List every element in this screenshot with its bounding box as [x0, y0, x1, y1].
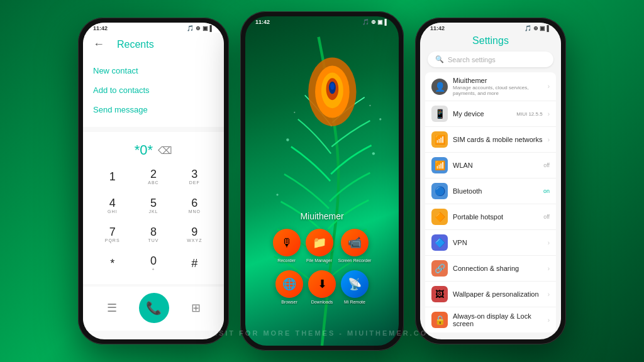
key-0[interactable]: 0+: [134, 250, 172, 277]
settings-item-connection[interactable]: 🔗 Connection & sharing ›: [425, 256, 556, 282]
key-1[interactable]: 1: [93, 163, 131, 190]
settings-title: Settings: [472, 35, 509, 46]
chevron-icon: ›: [548, 291, 550, 298]
bluetooth-status: on: [543, 188, 550, 194]
contact-menu: New contact Add to contacts Send message: [83, 58, 224, 127]
settings-item-vpn[interactable]: 🔷 VPN ›: [425, 230, 556, 256]
search-bar[interactable]: 🔍 Search settings: [428, 52, 553, 67]
time-1: 11:42: [93, 25, 108, 31]
hotspot-status: off: [543, 214, 550, 220]
chevron-icon: ›: [548, 83, 550, 90]
watermark: VISIT FOR MORE THEMES - MIUITHEMER.COM: [209, 329, 436, 337]
status-bar-1: 11:42 🎵 ⊕ ▣ ▌: [83, 23, 224, 33]
status-icons-1: 🎵 ⊕ ▣ ▌: [187, 25, 214, 31]
app-recorder[interactable]: 🎙 Recorder: [273, 229, 301, 263]
new-contact-item[interactable]: New contact: [93, 61, 214, 80]
time-2: 11:42: [255, 19, 270, 25]
menu-icon[interactable]: ☰: [107, 301, 117, 315]
key-3[interactable]: 3DEF: [175, 163, 214, 190]
chevron-icon: ›: [548, 136, 550, 143]
dialpad-bottom: ☰ 📞 ⊞: [83, 287, 224, 331]
backspace-button[interactable]: ⌫: [158, 145, 172, 156]
add-to-contacts-item[interactable]: Add to contacts: [93, 80, 214, 100]
app-screenrecorder[interactable]: 📹 Screen Recorder: [338, 229, 372, 263]
settings-header: Settings: [420, 33, 561, 52]
settings-item-bluetooth[interactable]: 🔵 Bluetooth on: [425, 178, 556, 204]
key-hash[interactable]: #: [175, 250, 214, 277]
phone-2: 11:42 🎵 ⊕ ▣ ▌: [240, 11, 404, 351]
chevron-icon: ›: [548, 265, 550, 272]
key-2[interactable]: 2ABC: [134, 163, 172, 190]
key-9[interactable]: 9WXYZ: [175, 221, 214, 248]
phone-1: 11:42 🎵 ⊕ ▣ ▌ ← Recents New contact Add …: [78, 18, 229, 344]
app-filemanager[interactable]: 📁 File Manager: [306, 229, 333, 263]
call-button[interactable]: 📞: [139, 293, 169, 323]
miui-version-badge: MIUI 12.5.5: [516, 111, 542, 117]
app-browser[interactable]: 🌐 Browser: [275, 270, 303, 304]
search-icon: 🔍: [435, 55, 444, 63]
app-row-2: 🌐 Browser ⬇ Downloads 📡 Mi Remote: [245, 270, 399, 308]
chevron-icon: ›: [548, 317, 550, 324]
key-8[interactable]: 8TUV: [134, 221, 172, 248]
phone-3: 11:42 🎵 ⊕ ▣ ▌ Settings 🔍 Search settings…: [415, 18, 566, 344]
status-bar-3: 11:42 🎵 ⊕ ▣ ▌: [420, 23, 561, 33]
search-placeholder: Search settings: [448, 56, 496, 63]
key-5[interactable]: 5JKL: [134, 192, 172, 219]
recents-title: Recents: [117, 39, 154, 50]
settings-item-sim[interactable]: 📶 SIM cards & mobile networks ›: [425, 127, 556, 153]
key-6[interactable]: 6MNO: [175, 192, 214, 219]
settings-item-mydevice[interactable]: 📱 My device MIUI 12.5.5 ›: [425, 101, 556, 127]
key-7[interactable]: 7PQRS: [93, 221, 131, 248]
status-bar-2: 11:42 🎵 ⊕ ▣ ▌: [245, 16, 399, 26]
send-message-item[interactable]: Send message: [93, 100, 214, 119]
app-row-1: 🎙 Recorder 📁 File Manager 📹 Screen Recor…: [245, 229, 399, 266]
dialpad-grid: 1 2ABC 3DEF 4GHI 5JKL 6MNO 7PQRS 8TUV 9W…: [93, 161, 214, 279]
wlan-status: off: [543, 162, 550, 168]
homescreen-label: Miuithemer: [245, 211, 399, 229]
key-star[interactable]: *: [93, 250, 131, 277]
settings-item-wallpaper[interactable]: 🖼 Wallpaper & personalization ›: [425, 282, 556, 307]
dial-display: *0* ⌫: [93, 137, 214, 161]
chevron-icon: ›: [548, 111, 550, 118]
key-4[interactable]: 4GHI: [93, 192, 131, 219]
settings-item-lockscreen[interactable]: 🔒 Always-on display & Lock screen ›: [425, 307, 556, 332]
settings-item-miuithemer[interactable]: 👤 Miuithemer Manage accounts, cloud serv…: [425, 72, 556, 101]
app-downloads[interactable]: ⬇ Downloads: [308, 270, 336, 304]
grid-icon[interactable]: ⊞: [191, 301, 201, 315]
settings-item-hotspot[interactable]: 🔶 Portable hotspot off: [425, 204, 556, 230]
recents-header: ← Recents: [83, 33, 224, 58]
settings-item-wlan[interactable]: 📶 WLAN off: [425, 153, 556, 178]
back-button[interactable]: ←: [93, 38, 104, 51]
settings-list: 👤 Miuithemer Manage accounts, cloud serv…: [425, 72, 556, 332]
chevron-icon: ›: [548, 239, 550, 246]
app-miremote[interactable]: 📡 Mi Remote: [341, 270, 369, 304]
dialpad-area: *0* ⌫ 1 2ABC 3DEF 4GHI 5JKL 6MNO 7PQRS 8…: [83, 132, 224, 284]
time-3: 11:42: [430, 25, 445, 31]
